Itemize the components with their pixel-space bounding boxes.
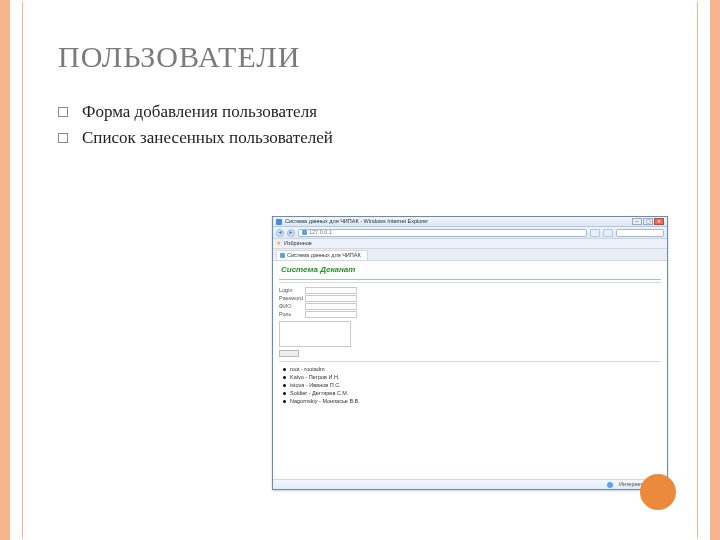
ie-content: Система Деканат Login Password ФИО Роль (273, 261, 667, 479)
textarea-input[interactable] (279, 321, 351, 347)
form-row-role: Роль (279, 311, 661, 318)
submit-button[interactable] (279, 350, 299, 357)
ie-window: Система данных для ЧИПАК - Windows Inter… (272, 216, 668, 490)
bullet-item: Список занесенных пользователей (58, 128, 670, 148)
user-list-item: Nagornskiy - Монпасье В.В. (283, 398, 657, 405)
internet-zone-label: Интернет (619, 481, 643, 488)
form-row-fio: ФИО (279, 303, 661, 310)
page-heading: Система Деканат (273, 261, 667, 277)
close-button[interactable]: ✕ (654, 218, 664, 225)
slide: ПОЛЬЗОВАТЕЛИ Форма добавления пользовате… (0, 0, 720, 540)
window-buttons: – ▢ ✕ (632, 218, 664, 225)
slide-accent-circle (640, 474, 676, 510)
tab-label: Система данных для ЧИПАК (287, 252, 361, 259)
search-box[interactable] (616, 229, 664, 237)
address-text: 127.0.0.1 (309, 229, 332, 236)
role-label: Роль (279, 311, 305, 318)
ie-statusbar: Интернет 100% (273, 479, 667, 489)
tab-favicon (280, 253, 285, 258)
divider (279, 279, 661, 280)
divider (279, 282, 661, 283)
ie-navbar: ◄ ► 127.0.0.1 (273, 227, 667, 239)
user-list-item: Kalvo - Петров И.Н. (283, 374, 657, 381)
login-input[interactable] (305, 287, 357, 294)
password-input[interactable] (305, 295, 357, 302)
role-input[interactable] (305, 311, 357, 318)
ie-favorites-bar: ★ Избранное (273, 239, 667, 249)
bullet-item: Форма добавления пользователя (58, 102, 670, 122)
back-button[interactable]: ◄ (276, 229, 284, 237)
form-row-login: Login (279, 287, 661, 294)
form-row-password: Password (279, 295, 661, 302)
browser-tab[interactable]: Система данных для ЧИПАК (276, 250, 368, 260)
login-label: Login (279, 287, 305, 294)
forward-button[interactable]: ► (287, 229, 295, 237)
minimize-button[interactable]: – (632, 218, 642, 225)
address-bar[interactable]: 127.0.0.1 (298, 229, 587, 237)
user-list-item: root - rootadm (283, 366, 657, 373)
internet-zone-icon (607, 482, 613, 488)
bullet-list: Форма добавления пользователя Список зан… (58, 102, 670, 148)
window-title: Система данных для ЧИПАК - Windows Inter… (285, 218, 632, 225)
fio-label: ФИО (279, 303, 305, 310)
add-user-form: Login Password ФИО Роль (273, 284, 667, 360)
password-label: Password (279, 295, 305, 302)
slide-title: ПОЛЬЗОВАТЕЛИ (58, 40, 670, 74)
favorites-star-icon[interactable]: ★ (276, 240, 281, 248)
ie-tabstrip: Система данных для ЧИПАК (273, 249, 667, 261)
favorites-label: Избранное (284, 240, 312, 247)
user-list-item: Soldier - Дегтярев С.М. (283, 390, 657, 397)
user-list-item: istova - Иванов П.С. (283, 382, 657, 389)
stop-button[interactable] (603, 229, 613, 237)
user-list: root - rootadm Kalvo - Петров И.Н. istov… (273, 363, 667, 408)
fio-input[interactable] (305, 303, 357, 310)
ie-app-icon (276, 219, 282, 225)
ie-titlebar: Система данных для ЧИПАК - Windows Inter… (273, 217, 667, 227)
maximize-button[interactable]: ▢ (643, 218, 653, 225)
site-favicon (302, 230, 307, 235)
divider (279, 361, 661, 362)
refresh-button[interactable] (590, 229, 600, 237)
